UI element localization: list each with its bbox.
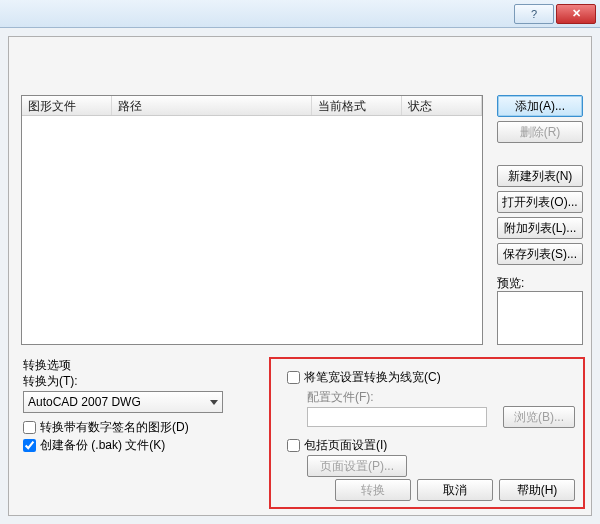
col-file[interactable]: 图形文件 xyxy=(22,96,112,115)
browse-button: 浏览(B)... xyxy=(503,406,575,428)
convert-to-label: 转换为(T): xyxy=(23,373,78,390)
highlighted-section: 将笔宽设置转换为线宽(C) 配置文件(F): 浏览(B)... 包括页面设置(I… xyxy=(269,357,585,509)
page-setup-checkbox-label: 包括页面设置(I) xyxy=(304,437,387,454)
help-dialog-button[interactable]: 帮助(H) xyxy=(499,479,575,501)
save-list-button[interactable]: 保存列表(S)... xyxy=(497,243,583,265)
col-status[interactable]: 状态 xyxy=(402,96,482,115)
chevron-down-icon xyxy=(210,400,218,405)
signature-checkbox-label: 转换带有数字签名的图形(D) xyxy=(40,419,189,436)
preview-box xyxy=(497,291,583,345)
format-combobox[interactable]: AutoCAD 2007 DWG xyxy=(23,391,223,413)
combo-value: AutoCAD 2007 DWG xyxy=(28,395,141,409)
backup-checkbox-label: 创建备份 (.bak) 文件(K) xyxy=(40,437,165,454)
pen-lineweight-checkbox-label: 将笔宽设置转换为线宽(C) xyxy=(304,369,441,386)
config-file-label: 配置文件(F): xyxy=(307,389,374,406)
col-path[interactable]: 路径 xyxy=(112,96,312,115)
close-button[interactable]: ✕ xyxy=(556,4,596,24)
add-button[interactable]: 添加(A)... xyxy=(497,95,583,117)
append-list-button[interactable]: 附加列表(L)... xyxy=(497,217,583,239)
backup-checkbox-input[interactable] xyxy=(23,439,36,452)
page-setup-checkbox-input[interactable] xyxy=(287,439,300,452)
pen-lineweight-checkbox-input[interactable] xyxy=(287,371,300,384)
titlebar: ? ✕ xyxy=(0,0,600,28)
convert-button: 转换 xyxy=(335,479,411,501)
backup-checkbox[interactable]: 创建备份 (.bak) 文件(K) xyxy=(23,437,165,454)
page-setup-checkbox[interactable]: 包括页面设置(I) xyxy=(287,437,387,454)
dialog-frame: 图形文件 路径 当前格式 状态 添加(A)... 删除(R) 新建列表(N) 打… xyxy=(8,36,592,516)
cancel-button[interactable]: 取消 xyxy=(417,479,493,501)
remove-button: 删除(R) xyxy=(497,121,583,143)
file-listview[interactable]: 图形文件 路径 当前格式 状态 xyxy=(21,95,483,345)
signature-checkbox-input[interactable] xyxy=(23,421,36,434)
right-button-column: 添加(A)... 删除(R) 新建列表(N) 打开列表(O)... 附加列表(L… xyxy=(497,95,585,269)
col-format[interactable]: 当前格式 xyxy=(312,96,402,115)
open-list-button[interactable]: 打开列表(O)... xyxy=(497,191,583,213)
bottom-button-row: 转换 取消 帮助(H) xyxy=(335,479,575,501)
new-list-button[interactable]: 新建列表(N) xyxy=(497,165,583,187)
pen-lineweight-checkbox[interactable]: 将笔宽设置转换为线宽(C) xyxy=(287,369,441,386)
config-file-input[interactable] xyxy=(307,407,487,427)
page-setup-button: 页面设置(P)... xyxy=(307,455,407,477)
preview-label: 预览: xyxy=(497,275,524,292)
signature-checkbox[interactable]: 转换带有数字签名的图形(D) xyxy=(23,419,189,436)
help-button[interactable]: ? xyxy=(514,4,554,24)
listview-header: 图形文件 路径 当前格式 状态 xyxy=(22,96,482,116)
options-label: 转换选项 xyxy=(23,357,71,374)
